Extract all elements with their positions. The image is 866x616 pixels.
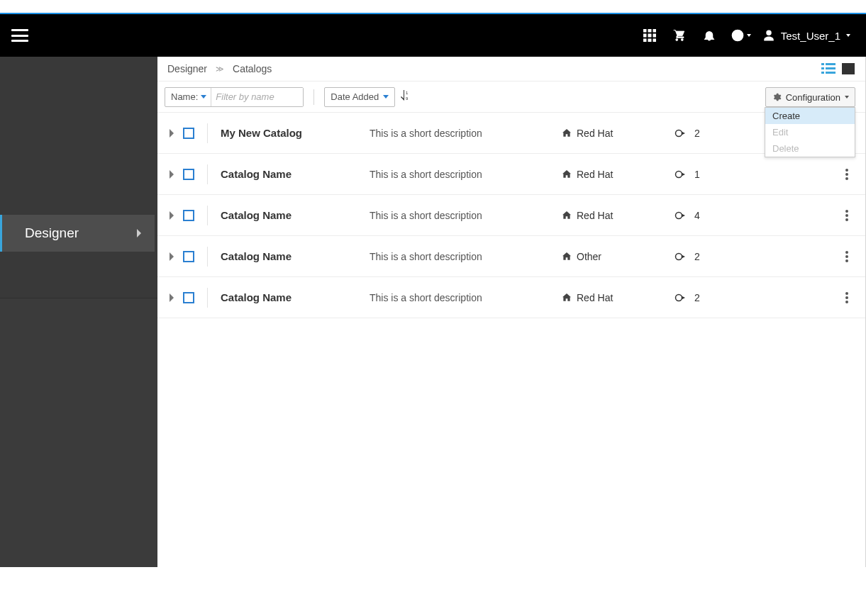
cart-icon[interactable]	[665, 14, 694, 57]
filter-input[interactable]	[211, 88, 303, 106]
svg-text:9: 9	[406, 96, 409, 101]
row-checkbox[interactable]	[183, 128, 194, 139]
share-icon	[675, 252, 687, 262]
sidebar-placeholder-list	[0, 57, 157, 291]
name-filter: Name:	[165, 87, 304, 107]
sidebar-item-designer[interactable]: Designer	[0, 215, 155, 252]
breadcrumb-item[interactable]: Catalogs	[233, 63, 272, 74]
svg-point-28	[676, 171, 682, 177]
catalog-item-count: 2	[675, 292, 731, 303]
chevron-right-icon	[169, 252, 174, 261]
house-icon	[561, 128, 572, 139]
expand-toggle[interactable]	[165, 252, 179, 261]
sort-direction-button[interactable]: 19	[401, 90, 411, 103]
configuration-label: Configuration	[786, 92, 840, 103]
user-menu[interactable]: Test_User_1	[762, 29, 850, 42]
list-view-button[interactable]	[821, 62, 836, 75]
house-icon	[561, 169, 572, 180]
svg-point-24	[676, 130, 682, 136]
chevron-right-icon	[169, 293, 174, 302]
configuration-menu: Create Edit Delete	[765, 107, 855, 157]
svg-rect-2	[653, 29, 656, 32]
sort-selector[interactable]: Date Added	[324, 87, 395, 107]
catalog-list: My New Catalog This is a short descripti…	[157, 113, 865, 318]
row-checkbox[interactable]	[183, 210, 194, 221]
chevron-down-icon	[845, 96, 849, 99]
config-menu-create[interactable]: Create	[765, 108, 855, 124]
catalog-description: This is a short description	[370, 251, 561, 262]
chevron-right-icon	[169, 170, 174, 179]
gear-icon	[772, 92, 782, 102]
house-icon	[561, 210, 572, 221]
sidebar: Designer	[0, 57, 157, 567]
main-panel: Designer ≫ Catalogs Name:	[157, 57, 866, 567]
row-kebab-menu[interactable]	[838, 169, 855, 180]
sidebar-item-label: Designer	[25, 225, 79, 241]
config-menu-delete[interactable]: Delete	[765, 140, 855, 157]
table-row[interactable]: My New Catalog This is a short descripti…	[157, 113, 865, 154]
svg-point-40	[676, 294, 682, 301]
row-divider	[207, 247, 208, 267]
table-row[interactable]: Catalog Name This is a short description…	[157, 195, 865, 236]
catalog-description: This is a short description	[370, 169, 561, 180]
expand-toggle[interactable]	[165, 293, 179, 302]
filter-field-selector[interactable]: Name:	[165, 91, 211, 102]
svg-rect-14	[826, 67, 836, 69]
table-row[interactable]: Catalog Name This is a short description…	[157, 236, 865, 277]
catalog-name: Catalog Name	[221, 250, 370, 262]
chevron-down-icon	[201, 95, 206, 99]
app-root: Test_User_1 Designer Designer ≫	[0, 13, 866, 567]
catalog-tenant: Red Hat	[561, 128, 675, 139]
svg-point-30	[845, 173, 848, 176]
row-divider	[207, 288, 208, 308]
row-checkbox[interactable]	[183, 251, 194, 262]
expand-toggle[interactable]	[165, 211, 179, 220]
svg-point-42	[845, 296, 848, 299]
row-divider	[207, 206, 208, 225]
svg-point-31	[845, 177, 848, 180]
row-divider	[207, 164, 208, 184]
help-dropdown[interactable]	[724, 14, 758, 57]
svg-rect-17	[843, 64, 855, 74]
expand-toggle[interactable]	[165, 129, 179, 138]
bell-icon[interactable]	[694, 14, 724, 57]
grid-view-button[interactable]	[841, 62, 855, 75]
breadcrumb-item[interactable]: Designer	[167, 63, 207, 74]
catalog-tenant: Red Hat	[561, 210, 675, 221]
row-kebab-menu[interactable]	[838, 251, 855, 262]
svg-point-36	[676, 253, 682, 259]
svg-rect-16	[826, 72, 836, 74]
svg-rect-3	[643, 34, 646, 37]
table-row[interactable]: Catalog Name This is a short description…	[157, 154, 865, 195]
username-label: Test_User_1	[781, 30, 840, 42]
catalog-name: My New Catalog	[221, 127, 370, 139]
view-toggle	[821, 62, 855, 75]
svg-rect-6	[643, 39, 646, 42]
row-kebab-menu[interactable]	[838, 210, 855, 221]
catalog-item-count: 2	[675, 128, 731, 139]
filter-field-label: Name:	[171, 91, 198, 102]
kebab-icon	[845, 169, 848, 180]
sidebar-footer	[0, 298, 157, 567]
config-menu-edit[interactable]: Edit	[765, 124, 855, 140]
chevron-right-icon	[169, 129, 174, 138]
chevron-right-icon	[136, 225, 142, 241]
svg-point-35	[845, 218, 848, 221]
configuration-button[interactable]: Configuration	[765, 87, 855, 107]
table-row[interactable]: Catalog Name This is a short description…	[157, 277, 865, 318]
hamburger-menu-icon[interactable]	[11, 29, 28, 42]
row-checkbox[interactable]	[183, 169, 194, 180]
catalog-description: This is a short description	[370, 128, 561, 139]
row-kebab-menu[interactable]	[838, 292, 855, 303]
catalog-name: Catalog Name	[221, 209, 370, 221]
catalog-tenant: Red Hat	[561, 292, 675, 303]
svg-rect-5	[653, 34, 656, 37]
expand-toggle[interactable]	[165, 170, 179, 179]
catalog-item-count: 4	[675, 210, 731, 221]
kebab-icon	[845, 292, 848, 303]
apps-grid-icon[interactable]	[635, 14, 665, 57]
row-checkbox[interactable]	[183, 292, 194, 303]
global-header: Test_User_1	[0, 14, 866, 57]
svg-rect-11	[821, 63, 824, 65]
catalog-item-count: 1	[675, 169, 731, 180]
